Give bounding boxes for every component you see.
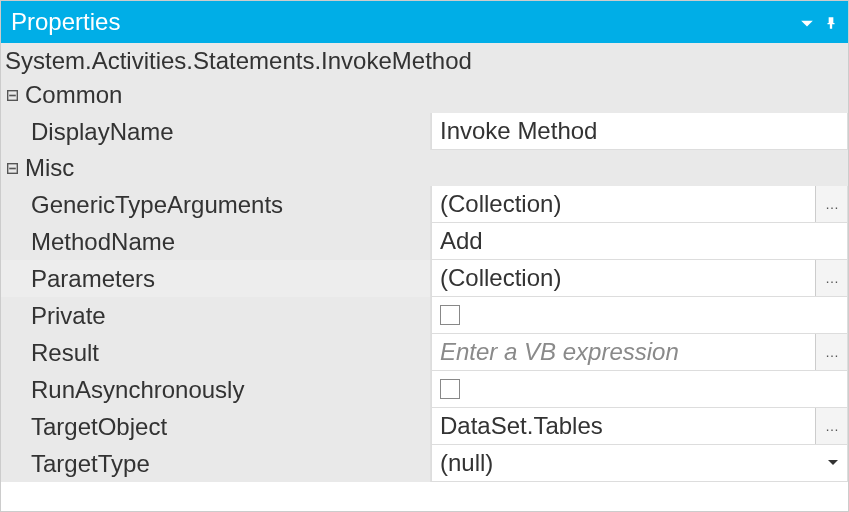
row-gutter — [1, 445, 29, 482]
collapse-icon[interactable] — [3, 159, 21, 177]
checkbox-runasynchronously[interactable] — [440, 379, 460, 399]
property-row-result: Result Enter a VB expression … — [1, 334, 848, 371]
property-label[interactable]: MethodName — [29, 223, 431, 260]
dropdown-button[interactable] — [819, 445, 847, 481]
category-misc[interactable]: Misc — [1, 150, 848, 186]
property-label[interactable]: GenericTypeArguments — [29, 186, 431, 223]
property-value-displayname[interactable]: Invoke Method — [431, 113, 848, 150]
panel-title: Properties — [11, 8, 120, 36]
property-label[interactable]: Result — [29, 334, 431, 371]
property-row-targetobject: TargetObject DataSet.Tables … — [1, 408, 848, 445]
property-grid: Common DisplayName Invoke Method Misc Ge… — [1, 77, 848, 511]
property-label[interactable]: RunAsynchronously — [29, 371, 431, 408]
property-row-displayname: DisplayName Invoke Method — [1, 113, 848, 150]
value-text: (Collection) — [432, 190, 815, 218]
property-label[interactable]: TargetObject — [29, 408, 431, 445]
value-text: Add — [432, 227, 847, 255]
collapse-icon[interactable] — [3, 86, 21, 104]
property-value-parameters[interactable]: (Collection) … — [431, 260, 848, 297]
row-gutter — [1, 260, 29, 297]
property-value-methodname[interactable]: Add — [431, 223, 848, 260]
property-value-generictypearguments[interactable]: (Collection) … — [431, 186, 848, 223]
value-text: (null) — [432, 449, 819, 477]
ellipsis-button[interactable]: … — [815, 408, 847, 444]
property-row-methodname: MethodName Add — [1, 223, 848, 260]
properties-panel: Properties System.Activities.Statements.… — [0, 0, 849, 512]
property-label[interactable]: Parameters — [29, 260, 431, 297]
autohide-pin-icon[interactable] — [824, 9, 838, 36]
window-position-icon[interactable] — [800, 9, 814, 36]
property-label[interactable]: TargetType — [29, 445, 431, 482]
category-label: Common — [25, 81, 122, 109]
category-label: Misc — [25, 154, 74, 182]
panel-titlebar: Properties — [1, 1, 848, 43]
property-row-targettype: TargetType (null) — [1, 445, 848, 482]
value-text: (Collection) — [432, 264, 815, 292]
row-gutter — [1, 371, 29, 408]
ellipsis-button[interactable]: … — [815, 186, 847, 222]
row-gutter — [1, 297, 29, 334]
property-value-targetobject[interactable]: DataSet.Tables … — [431, 408, 848, 445]
property-row-private: Private — [1, 297, 848, 334]
row-gutter — [1, 223, 29, 260]
property-value-private[interactable] — [431, 297, 848, 334]
row-gutter — [1, 334, 29, 371]
property-row-generictypearguments: GenericTypeArguments (Collection) … — [1, 186, 848, 223]
ellipsis-button[interactable]: … — [815, 260, 847, 296]
row-gutter — [1, 408, 29, 445]
ellipsis-button[interactable]: … — [815, 334, 847, 370]
value-text: Invoke Method — [432, 117, 847, 145]
category-common[interactable]: Common — [1, 77, 848, 113]
row-gutter — [1, 186, 29, 223]
checkbox-private[interactable] — [440, 305, 460, 325]
value-text: DataSet.Tables — [432, 412, 815, 440]
property-row-parameters: Parameters (Collection) … — [1, 260, 848, 297]
property-value-runasynchronously[interactable] — [431, 371, 848, 408]
property-row-runasynchronously: RunAsynchronously — [1, 371, 848, 408]
value-placeholder: Enter a VB expression — [432, 338, 815, 366]
row-gutter — [1, 113, 29, 150]
selected-object-type: System.Activities.Statements.InvokeMetho… — [1, 43, 848, 77]
property-label[interactable]: DisplayName — [29, 113, 431, 150]
property-value-targettype[interactable]: (null) — [431, 445, 848, 482]
property-value-result[interactable]: Enter a VB expression … — [431, 334, 848, 371]
property-label[interactable]: Private — [29, 297, 431, 334]
